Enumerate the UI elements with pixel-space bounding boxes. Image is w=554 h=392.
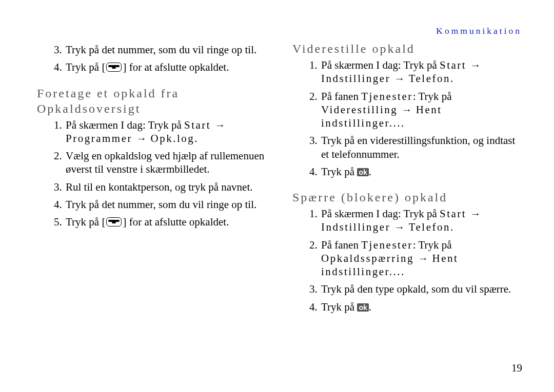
end-call-icon xyxy=(106,217,122,226)
text: : Tryk på xyxy=(413,90,452,102)
ok-icon: ok xyxy=(357,168,368,176)
arrow-icon: → xyxy=(469,207,482,220)
list-item: På skærmen I dag: Tryk på Start → Indsti… xyxy=(320,58,523,86)
ui-path: Start xyxy=(184,119,211,131)
list-item: Tryk på [] for at afslutte opkaldet. xyxy=(65,60,268,74)
text: . xyxy=(450,72,453,85)
heading-line: Opkaldsoversigt xyxy=(37,102,141,115)
text: På fanen xyxy=(321,90,361,102)
list-item: På skærmen I dag: Tryk på Start → Progra… xyxy=(65,118,268,146)
text: Tryk på [ xyxy=(66,216,105,228)
list-item: På fanen Tjenester: Tryk på Opkaldsspærr… xyxy=(320,238,523,279)
ok-icon: ok xyxy=(357,303,368,312)
steps-foretage: På skærmen I dag: Tryk på Start → Progra… xyxy=(37,118,268,229)
subheading-spaerre: Spærre (blokere) opkald xyxy=(292,190,523,205)
heading-line: Foretage et opkald fra xyxy=(37,87,179,100)
text: Tryk på xyxy=(321,301,357,313)
list-item: Vælg en opkaldslog ved hjælp af rullemen… xyxy=(65,149,268,176)
page-number: 19 xyxy=(511,362,522,375)
ui-path: Opk.log xyxy=(150,132,194,145)
text: . xyxy=(369,166,371,178)
subheading-viderestille: Viderestille opkald xyxy=(292,41,523,56)
ui-path: Viderestilling xyxy=(321,104,398,116)
list-item: Tryk på ok. xyxy=(320,300,523,314)
ui-path: Start xyxy=(440,208,466,220)
subheading-foretage: Foretage et opkald fra Opkaldsoversigt xyxy=(37,86,268,116)
manual-page: Kommunikation Tryk på det nummer, som du… xyxy=(0,0,554,392)
arrow-icon: → xyxy=(400,103,413,116)
text: På fanen xyxy=(321,239,361,251)
ui-path: Start xyxy=(440,59,466,71)
text: På skærmen I dag: Tryk på xyxy=(321,59,440,71)
left-column: Tryk på det nummer, som du vil ringe op … xyxy=(37,41,268,319)
list-item: På skærmen I dag: Tryk på Start → Indsti… xyxy=(320,207,523,234)
arrow-icon: → xyxy=(469,58,482,72)
steps-viderestille: På skærmen I dag: Tryk på Start → Indsti… xyxy=(292,58,523,178)
list-item: Tryk på ok. xyxy=(320,165,523,178)
text: På skærmen I dag: Tryk på xyxy=(321,208,440,220)
arrow-icon: → xyxy=(417,252,429,265)
text: : Tryk på xyxy=(413,239,452,251)
arrow-icon: → xyxy=(135,132,148,145)
text: ] for at afslutte opkaldet. xyxy=(123,61,229,73)
text: Tryk på en viderestillingsfunktion, og i… xyxy=(321,134,515,160)
list-item: Tryk på det nummer, som du vil ringe op … xyxy=(65,43,268,56)
text: Tryk på [ xyxy=(66,61,105,73)
ui-path: Indstillinger xyxy=(321,221,390,233)
text: . xyxy=(369,301,371,313)
ui-path: Opkaldsspærring xyxy=(321,252,414,264)
columns: Tryk på det nummer, som du vil ringe op … xyxy=(37,41,523,319)
ui-path: Tjenester xyxy=(361,239,413,251)
list-item: På fanen Tjenester: Tryk på Viderestilli… xyxy=(320,90,523,130)
ui-path: Programmer xyxy=(66,132,132,145)
text: . xyxy=(450,221,453,233)
text: ] for at afslutte opkaldet. xyxy=(123,216,229,228)
arrow-icon: → xyxy=(393,72,406,85)
list-item: Rul til en kontaktperson, og tryk på nav… xyxy=(65,180,268,194)
arrow-icon: → xyxy=(213,118,226,132)
end-call-icon xyxy=(106,63,122,72)
steps-spaerre: På skærmen I dag: Tryk på Start → Indsti… xyxy=(292,207,523,314)
ui-path: Telefon xyxy=(409,221,450,233)
text: . xyxy=(401,117,404,129)
list-item: Tryk på [] for at afslutte opkaldet. xyxy=(65,215,268,229)
text: Vælg en opkaldslog ved hjælp af rullemen… xyxy=(66,150,264,175)
text: Tryk på det nummer, som du vil ringe op … xyxy=(66,44,256,56)
ui-path: Indstillinger xyxy=(321,72,390,85)
list-item: Tryk på en viderestillingsfunktion, og i… xyxy=(320,134,523,161)
right-column: Viderestille opkald På skærmen I dag: Tr… xyxy=(292,41,523,319)
text: Tryk på xyxy=(321,166,357,178)
ui-path: Telefon xyxy=(409,72,450,85)
text: Tryk på den type opkald, som du vil spær… xyxy=(321,283,511,295)
ui-path: Tjenester xyxy=(361,90,413,102)
continued-list: Tryk på det nummer, som du vil ringe op … xyxy=(37,43,268,74)
text: . xyxy=(401,265,404,278)
arrow-icon: → xyxy=(393,220,406,234)
text: Rul til en kontaktperson, og tryk på nav… xyxy=(66,181,253,193)
text: . xyxy=(194,132,197,145)
section-label: Kommunikation xyxy=(436,26,522,36)
text: Tryk på det nummer, som du vil ringe op … xyxy=(66,198,256,211)
list-item: Tryk på den type opkald, som du vil spær… xyxy=(320,282,523,296)
list-item: Tryk på det nummer, som du vil ringe op … xyxy=(65,198,268,211)
text: På skærmen I dag: Tryk på xyxy=(66,119,184,131)
